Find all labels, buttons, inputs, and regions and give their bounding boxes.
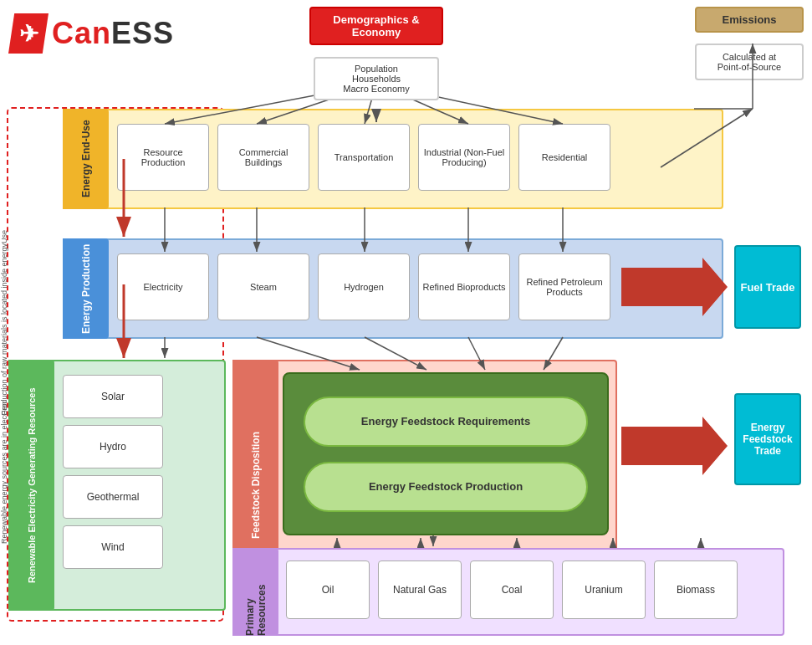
renewable-solar: Solar <box>63 375 163 418</box>
production-refined-petroleum: Refined Petroleum Products <box>518 253 610 320</box>
primary-label: Primary Resources <box>232 548 278 636</box>
primary-biomass: Biomass <box>654 561 738 619</box>
renewable-label: Renewable Electricity Generating Resourc… <box>8 360 54 611</box>
primary-natural-gas: Natural Gas <box>378 561 462 619</box>
logo-area: ✈ CanESS <box>8 8 176 59</box>
primary-oil: Oil <box>286 561 370 619</box>
enduse-resource-production: Resource Production <box>117 124 209 191</box>
feedstock-production: Energy Feedstock Production <box>304 462 588 512</box>
energy-enduse-label: Energy End-Use <box>63 109 109 209</box>
fuel-trade-box: Fuel Trade <box>734 245 801 329</box>
production-steam: Steam <box>217 253 309 320</box>
emissions-title: Emissions <box>695 7 804 33</box>
renewable-geothermal: Geothermal <box>63 475 163 519</box>
renewable-items: Solar Hydro Geothermal Wind <box>63 375 163 569</box>
left-label-production: Production of raw materials is located i… <box>0 230 8 416</box>
enduse-residential: Residential <box>518 124 610 191</box>
production-electricity: Electricity <box>117 253 209 320</box>
emissions-detail: Calculated atPoint-of-Source <box>695 44 804 80</box>
enduse-commercial-buildings: Commercial Buildings <box>217 124 309 191</box>
primary-uranium: Uranium <box>562 561 646 619</box>
demographics-title: Demographics & Economy <box>309 7 443 45</box>
renewable-wind: Wind <box>63 525 163 569</box>
feedstock-trade-box: Energy Feedstock Trade <box>734 393 801 485</box>
primary-boxes: Oil Natural Gas Coal Uranium Biomass <box>286 561 738 619</box>
demographics-detail: PopulationHouseholdsMacro Economy <box>314 57 439 100</box>
enduse-industrial: Industrial (Non-Fuel Producing) <box>418 124 510 191</box>
feedstock-requirements: Energy Feedstock Requirements <box>304 397 588 447</box>
energy-production-label: Energy Production <box>63 238 109 339</box>
production-boxes: Electricity Steam Hydrogen Refined Biopr… <box>117 253 610 320</box>
logo-text: CanESS <box>52 16 174 51</box>
production-hydrogen: Hydrogen <box>318 253 410 320</box>
enduse-transportation: Transportation <box>318 124 410 191</box>
production-refined-bioproducts: Refined Bioproducts <box>418 253 510 320</box>
main-container: ✈ CanESS Demographics & Economy Populati… <box>0 0 812 645</box>
logo-icon: ✈ <box>8 13 49 54</box>
feedstock-inner: Energy Feedstock Requirements Energy Fee… <box>283 372 609 535</box>
primary-coal: Coal <box>470 561 554 619</box>
left-label-renewable: Renewable energy sources are in elecGen <box>0 402 8 544</box>
renewable-hydro: Hydro <box>63 425 163 468</box>
svg-marker-20 <box>621 417 728 475</box>
enduse-boxes: Resource Production Commercial Buildings… <box>117 124 610 191</box>
